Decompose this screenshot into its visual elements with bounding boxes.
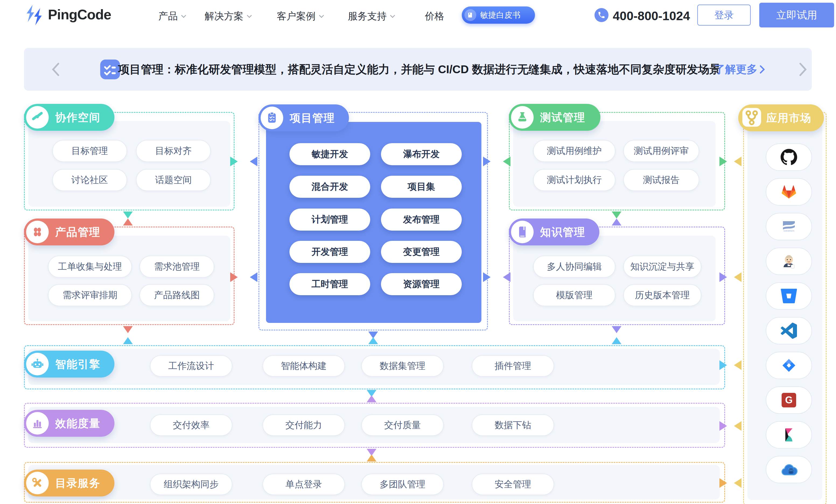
project-feature-pill[interactable]: 变更管理 — [381, 241, 462, 263]
cloud-database-icon — [780, 461, 798, 478]
knowledge-feature-pill[interactable]: 知识沉淀与共享 — [623, 256, 701, 278]
project-feature-pill[interactable]: 开发管理 — [289, 241, 370, 263]
nav-item-products[interactable]: 产品 — [158, 10, 186, 23]
top-navbar: PingCode 产品 解决方案 客户案例 服务支持 价格 敏捷白皮书 — [0, 0, 836, 30]
nav-item-solutions[interactable]: 解决方案 — [205, 10, 252, 23]
connector-arrow — [230, 157, 238, 166]
nav-item-support[interactable]: 服务支持 — [348, 10, 395, 23]
test-inner-panel — [513, 121, 716, 207]
knowledge-feature-pill[interactable]: 多人协同编辑 — [533, 256, 615, 278]
bitbucket-icon — [781, 288, 797, 304]
try-now-button[interactable]: 立即试用 — [759, 3, 834, 27]
collab-feature-pill[interactable]: 讨论社区 — [52, 169, 127, 191]
carousel-prev-icon[interactable] — [51, 63, 60, 76]
gitlab-icon — [780, 183, 798, 200]
test-feature-pill[interactable]: 测试计划执行 — [533, 169, 615, 191]
connector-arrow — [734, 360, 741, 370]
knowledge-feature-pill[interactable]: 历史版本管理 — [623, 284, 701, 306]
agile-whitepaper-badge[interactable]: 敏捷白皮书 — [462, 6, 535, 24]
metrics-feature-pill[interactable]: 交付效率 — [150, 414, 232, 436]
marketplace-app-jenkins[interactable] — [766, 248, 812, 275]
section-title: 知识管理 — [540, 225, 585, 239]
metrics-feature-pill[interactable]: 数据下钻 — [472, 414, 554, 436]
book-open-icon — [511, 221, 534, 243]
nav-item-label: 客户案例 — [277, 10, 316, 23]
project-feature-pill[interactable]: 项目集 — [381, 176, 462, 198]
metrics-feature-pill[interactable]: 交付能力 — [263, 414, 345, 436]
metrics-header: 效能度量 — [24, 410, 114, 437]
product-feature-pill[interactable]: 需求池管理 — [139, 256, 214, 278]
metrics-feature-pill[interactable]: 交付质量 — [361, 414, 444, 436]
connector-arrow — [123, 212, 133, 218]
connector-arrow — [719, 478, 727, 488]
marketplace-app-gitlab[interactable] — [766, 178, 812, 206]
test-feature-pill[interactable]: 测试用例评审 — [623, 140, 699, 162]
product-feature-pill[interactable]: 产品路线图 — [139, 284, 214, 306]
directory-feature-pill[interactable]: 组织架构同步 — [150, 473, 232, 495]
clover-icon — [26, 221, 49, 243]
collab-feature-pill[interactable]: 目标管理 — [52, 140, 127, 162]
section-title: 智能引擎 — [55, 357, 100, 372]
test-feature-pill[interactable]: 测试报告 — [623, 169, 699, 191]
project-feature-pill[interactable]: 计划管理 — [289, 209, 370, 231]
section-title: 测试管理 — [540, 110, 585, 125]
knowledge-feature-pill[interactable]: 模版管理 — [533, 284, 615, 306]
marketplace-app-github[interactable] — [766, 143, 812, 171]
ai-feature-pill[interactable]: 数据集管理 — [361, 355, 444, 377]
clipboard-check-icon — [261, 106, 283, 129]
project-feature-pill[interactable]: 工时管理 — [289, 273, 370, 295]
product-feature-pill[interactable]: 需求评审排期 — [48, 284, 132, 306]
login-button[interactable]: 登录 — [697, 4, 750, 25]
nav-item-label: 产品 — [158, 10, 178, 23]
collab-feature-pill[interactable]: 话题空间 — [136, 169, 211, 191]
project-feature-pill[interactable]: 混合开发 — [289, 176, 370, 198]
directory-feature-pill[interactable]: 安全管理 — [472, 473, 554, 495]
marketplace-app-vscode[interactable] — [766, 317, 812, 345]
jira-icon — [781, 357, 797, 373]
github-icon — [780, 149, 798, 166]
brand-name[interactable]: PingCode — [48, 6, 111, 23]
nav-item-customers[interactable]: 客户案例 — [277, 10, 324, 23]
project-feature-pill[interactable]: 敏捷开发 — [289, 143, 370, 165]
directory-feature-pill[interactable]: 单点登录 — [263, 473, 345, 495]
test-feature-pill[interactable]: 测试用例维护 — [533, 140, 615, 162]
connector-arrow — [719, 360, 727, 370]
project-feature-pill[interactable]: 资源管理 — [381, 273, 462, 295]
project-feature-pill[interactable]: 发布管理 — [381, 209, 462, 231]
project-header: 项目管理 — [259, 104, 349, 131]
pingcode-product-page: PingCode 产品 解决方案 客户案例 服务支持 价格 敏捷白皮书 — [0, 0, 836, 504]
section-title: 效能度量 — [55, 416, 100, 431]
collab-feature-pill[interactable]: 目标对齐 — [136, 140, 211, 162]
phone-number[interactable]: 400-800-1024 — [613, 8, 690, 23]
nav-item-pricing[interactable]: 价格 — [425, 10, 444, 23]
connector-arrow — [367, 454, 376, 462]
ai-feature-pill[interactable]: 插件管理 — [472, 355, 554, 377]
marketplace-app-gitee[interactable]: G — [766, 386, 812, 414]
chevron-down-icon — [390, 15, 395, 18]
section-title: 协作空间 — [55, 110, 100, 125]
ai-feature-pill[interactable]: 工作流设计 — [150, 355, 232, 377]
project-feature-pill[interactable]: 瀑布开发 — [381, 143, 462, 165]
kibana-icon — [781, 427, 797, 443]
section-title: 应用市场 — [766, 111, 812, 125]
learn-more-link[interactable]: 了解更多 — [714, 48, 765, 91]
product-feature-pill[interactable]: 工单收集与处理 — [48, 256, 132, 278]
connector-arrow — [123, 326, 133, 333]
ai-feature-pill[interactable]: 智能体构建 — [263, 355, 345, 377]
marketplace-app-subversion[interactable]: SUBVERSION — [766, 213, 812, 240]
section-title: 产品管理 — [55, 225, 100, 239]
ai-header: 智能引擎 — [24, 351, 114, 377]
connector-arrow — [367, 395, 376, 402]
directory-feature-pill[interactable]: 多团队管理 — [361, 473, 444, 495]
vscode-icon — [781, 323, 797, 339]
marketplace-app-kibana[interactable] — [766, 421, 812, 449]
chevron-down-icon — [247, 15, 252, 18]
connector-arrow — [734, 478, 741, 488]
marketplace-app-bitbucket[interactable] — [766, 282, 812, 310]
connector-arrow — [612, 337, 622, 344]
carousel-next-icon[interactable] — [799, 63, 808, 76]
collab-header: 协作空间 — [24, 104, 114, 131]
marketplace-app-jira[interactable] — [766, 352, 812, 379]
flask-icon — [511, 106, 534, 129]
marketplace-app-cloud[interactable] — [766, 456, 812, 483]
